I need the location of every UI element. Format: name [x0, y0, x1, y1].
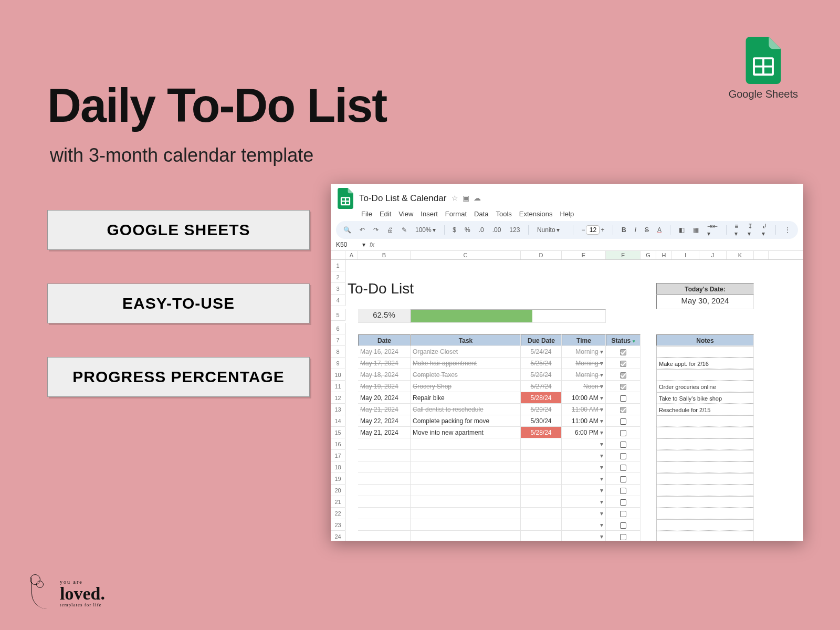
- cell-date[interactable]: [358, 519, 411, 531]
- select-all-corner[interactable]: [331, 251, 345, 259]
- cell-date[interactable]: May 21, 2024: [358, 427, 411, 438]
- cell-note[interactable]: [656, 427, 754, 438]
- cell-due[interactable]: 5/27/24: [521, 381, 562, 392]
- col-F[interactable]: F: [606, 251, 640, 259]
- text-color-icon[interactable]: A: [655, 225, 664, 235]
- cell-task[interactable]: [411, 438, 521, 450]
- row-number[interactable]: 22: [331, 508, 345, 519]
- cell-time[interactable]: Morning ▾: [562, 358, 606, 369]
- cell-due[interactable]: [521, 438, 562, 450]
- cell-due[interactable]: 5/26/24: [521, 369, 562, 381]
- cell-note[interactable]: [656, 485, 754, 496]
- cell-note[interactable]: [656, 438, 754, 450]
- dec-increase-icon[interactable]: .00: [490, 225, 503, 235]
- cell-due[interactable]: 5/28/24: [521, 392, 562, 404]
- cell-date[interactable]: [358, 450, 411, 461]
- cell-task[interactable]: [411, 531, 521, 541]
- cell-note[interactable]: Reschedule for 2/15: [656, 404, 754, 415]
- cell-task[interactable]: Call dentist to reschedule: [411, 404, 521, 415]
- cell-note[interactable]: [656, 531, 754, 541]
- row-number[interactable]: 9: [331, 358, 345, 369]
- cell-due[interactable]: 5/24/24: [521, 346, 562, 358]
- cell-due[interactable]: 5/28/24: [521, 427, 562, 438]
- header-status[interactable]: Status ▾: [606, 334, 640, 346]
- row-number[interactable]: 2: [331, 271, 345, 283]
- menu-edit[interactable]: Edit: [380, 210, 391, 218]
- cell-time[interactable]: ▾: [562, 438, 606, 450]
- col-E[interactable]: E: [562, 251, 606, 259]
- cell-due[interactable]: [521, 508, 562, 519]
- row-number[interactable]: 8: [331, 346, 345, 358]
- cell-due[interactable]: [521, 473, 562, 485]
- star-icon[interactable]: ☆: [452, 194, 458, 203]
- cell-time[interactable]: Morning ▾: [562, 346, 606, 358]
- cell-due[interactable]: 5/29/24: [521, 404, 562, 415]
- menu-format[interactable]: Format: [445, 210, 467, 218]
- row-number[interactable]: 23: [331, 519, 345, 531]
- cell-note[interactable]: [656, 519, 754, 531]
- cell-status[interactable]: [606, 519, 640, 531]
- print-icon[interactable]: 🖨: [385, 225, 395, 235]
- row-number[interactable]: 14: [331, 415, 345, 427]
- col-I[interactable]: I: [672, 251, 699, 259]
- cell-status[interactable]: [606, 358, 640, 369]
- font-size-input[interactable]: [586, 225, 600, 235]
- cloud-icon[interactable]: ☁: [474, 194, 481, 203]
- cell-task[interactable]: Grocery Shop: [411, 381, 521, 392]
- cell-status[interactable]: [606, 496, 640, 508]
- cell-task[interactable]: [411, 519, 521, 531]
- row-number[interactable]: 16: [331, 438, 345, 450]
- row-number[interactable]: 15: [331, 427, 345, 438]
- cell-time[interactable]: ▾: [562, 461, 606, 473]
- number-format-icon[interactable]: 123: [507, 225, 522, 235]
- cell-status[interactable]: [606, 415, 640, 427]
- dec-decrease-icon[interactable]: .0: [477, 225, 486, 235]
- cell-note[interactable]: [656, 415, 754, 427]
- cell-task[interactable]: [411, 473, 521, 485]
- currency-icon[interactable]: $: [450, 225, 458, 235]
- redo-icon[interactable]: ↷: [371, 225, 381, 235]
- menu-extensions[interactable]: Extensions: [519, 210, 553, 218]
- halign-icon[interactable]: ≡ ▾: [732, 222, 741, 238]
- row-number[interactable]: 6: [331, 323, 345, 334]
- cell-time[interactable]: ▾: [562, 531, 606, 541]
- percent-icon[interactable]: %: [463, 225, 472, 235]
- cell-due[interactable]: 5/30/24: [521, 415, 562, 427]
- cell-status[interactable]: [606, 450, 640, 461]
- cell-status[interactable]: [606, 508, 640, 519]
- cell-status[interactable]: [606, 531, 640, 541]
- cell-reference[interactable]: K50: [336, 241, 362, 248]
- zoom-select[interactable]: 100% ▾: [413, 225, 438, 235]
- cell-date[interactable]: May 19, 2024: [358, 381, 411, 392]
- cell-status[interactable]: [606, 485, 640, 496]
- row-number[interactable]: 5: [331, 309, 345, 321]
- paint-format-icon[interactable]: ✎: [400, 225, 409, 235]
- cell-status[interactable]: [606, 381, 640, 392]
- row-number[interactable]: 12: [331, 392, 345, 404]
- cell-time[interactable]: Noon ▾: [562, 381, 606, 392]
- cell-date[interactable]: [358, 531, 411, 541]
- cell-task[interactable]: Complete packing for move: [411, 415, 521, 427]
- cell-task[interactable]: [411, 496, 521, 508]
- row-number[interactable]: 17: [331, 450, 345, 461]
- cell-date[interactable]: [358, 485, 411, 496]
- cell-note[interactable]: [656, 473, 754, 485]
- cell-task[interactable]: Move into new apartment: [411, 427, 521, 438]
- font-select[interactable]: Nunito ▾: [535, 225, 566, 235]
- undo-icon[interactable]: ↶: [358, 225, 367, 235]
- cell-time[interactable]: ▾: [562, 485, 606, 496]
- cell-time[interactable]: Morning ▾: [562, 369, 606, 381]
- cell-status[interactable]: [606, 461, 640, 473]
- row-number[interactable]: 21: [331, 496, 345, 508]
- cell-note[interactable]: [656, 461, 754, 473]
- cell-date[interactable]: May 20, 2024: [358, 392, 411, 404]
- cell-status[interactable]: [606, 346, 640, 358]
- row-number[interactable]: 11: [331, 381, 345, 392]
- cell-date[interactable]: [358, 496, 411, 508]
- cell-note[interactable]: [656, 496, 754, 508]
- menu-data[interactable]: Data: [474, 210, 488, 218]
- cell-due[interactable]: 5/25/24: [521, 358, 562, 369]
- row-number[interactable]: 1: [331, 260, 345, 271]
- cell-status[interactable]: [606, 404, 640, 415]
- col-J[interactable]: J: [699, 251, 727, 259]
